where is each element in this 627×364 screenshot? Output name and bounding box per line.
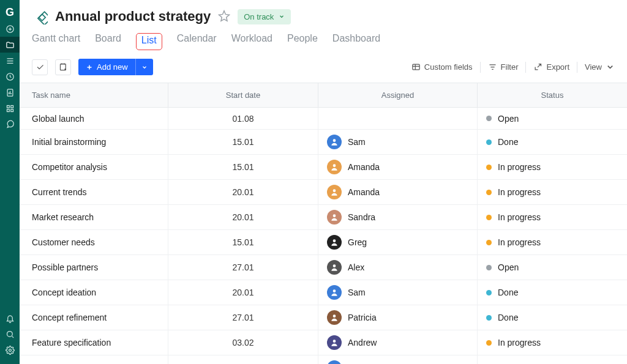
gear-icon[interactable] (0, 342, 20, 358)
status-dot-icon (486, 116, 492, 121)
status-dot-icon (486, 290, 492, 295)
page-title: Annual product strategy (55, 9, 211, 24)
milestone-icon[interactable] (55, 59, 71, 75)
task-table: Task name Start date Assigned Status Glo… (20, 83, 627, 364)
status-label: Done (498, 288, 518, 297)
cell-start-date: 27.01 (168, 255, 318, 280)
search-icon[interactable] (0, 326, 20, 342)
cell-task: Current trends (20, 180, 168, 204)
svg-point-15 (333, 164, 336, 167)
table-row[interactable]: Customer needs15.01GregIn progress (20, 230, 627, 255)
tab-board[interactable]: Board (95, 33, 121, 50)
table-row[interactable]: Concept ideation20.01SamDone (20, 280, 627, 305)
avatar (327, 135, 342, 149)
status-dot-icon (486, 340, 492, 346)
assignee-name: Alex (348, 262, 364, 272)
project-diamond-icon (32, 9, 48, 24)
app-logo: G (0, 4, 20, 21)
svg-point-7 (7, 331, 12, 336)
col-status[interactable]: Status (478, 83, 627, 107)
cell-status: In progress (478, 155, 627, 179)
table-row[interactable]: Initial brainstorming15.01SamDone (20, 130, 627, 155)
add-icon[interactable] (0, 21, 20, 37)
cell-start-date: 10.02 (168, 355, 318, 364)
tab-gantt[interactable]: Gantt chart (32, 33, 80, 50)
status-dot-icon (486, 265, 492, 270)
apps-icon[interactable] (0, 100, 20, 116)
avatar (327, 285, 342, 300)
select-all-checkbox[interactable] (32, 59, 48, 75)
cell-status: Done (478, 280, 627, 305)
table-row[interactable]: Market research20.01SandraIn progress (20, 205, 627, 230)
svg-point-18 (333, 239, 336, 242)
tab-calendar[interactable]: Calendar (177, 33, 217, 50)
separator (480, 62, 481, 73)
cell-assigned: Amanda (318, 155, 478, 179)
svg-point-14 (333, 139, 336, 142)
status-label: In progress (498, 187, 541, 197)
cell-status: In progress (478, 355, 627, 364)
status-label: In progress (498, 162, 541, 172)
view-label: View (585, 62, 602, 72)
cell-status: In progress (478, 230, 627, 254)
add-new-button[interactable]: Add new (78, 59, 135, 75)
cell-task: Market research (20, 205, 168, 229)
tab-workload[interactable]: Workload (231, 33, 272, 50)
tab-list[interactable]: List (136, 33, 162, 50)
table-row[interactable]: Concept refinement27.01PatriciaDone (20, 305, 627, 330)
table-row[interactable]: Feedback10.02SamIn progress (20, 355, 627, 364)
status-chip-label: On track (244, 12, 274, 21)
table-header: Task name Start date Assigned Status (20, 83, 627, 108)
status-label: In progress (498, 338, 541, 347)
status-dot-icon (486, 190, 492, 195)
cell-assigned: Sandra (318, 205, 478, 229)
chevron-down-icon (279, 12, 285, 21)
cell-assigned: Amanda (318, 180, 478, 204)
col-start[interactable]: Start date (168, 83, 318, 107)
cell-task: Feature specification (20, 330, 168, 355)
cell-status: Open (478, 255, 627, 280)
cell-assigned (318, 108, 478, 129)
table-row[interactable]: Global launch01.08Open (20, 108, 627, 130)
custom-fields-label: Custom fields (424, 62, 473, 72)
table-row[interactable]: Competitor analysis15.01AmandaIn progres… (20, 155, 627, 180)
folder-icon[interactable] (0, 37, 20, 53)
avatar (327, 210, 342, 225)
clock-icon[interactable] (0, 69, 20, 84)
add-new-dropdown[interactable] (135, 59, 153, 75)
filter-label: Filter (501, 62, 519, 72)
status-label: Done (498, 137, 518, 147)
star-icon[interactable] (218, 10, 230, 24)
table-row[interactable]: Current trends20.01AmandaIn progress (20, 180, 627, 205)
bell-icon[interactable] (0, 310, 20, 326)
tab-dashboard[interactable]: Dashboard (332, 33, 380, 50)
list-icon[interactable] (0, 53, 20, 69)
view-menu[interactable]: View (585, 62, 615, 72)
avatar (327, 185, 342, 199)
project-status-chip[interactable]: On track (238, 9, 291, 24)
col-task[interactable]: Task name (20, 83, 168, 107)
col-assigned[interactable]: Assigned (318, 83, 478, 107)
custom-fields-button[interactable]: Custom fields (411, 62, 473, 72)
avatar (327, 160, 342, 174)
status-label: In progress (498, 237, 541, 247)
table-row[interactable]: Possible partners27.01AlexOpen (20, 255, 627, 280)
svg-rect-3 (7, 105, 9, 108)
separator (525, 62, 526, 73)
report-icon[interactable] (0, 84, 20, 100)
separator (577, 62, 577, 73)
assignee-name: Sandra (348, 212, 375, 222)
status-label: Open (498, 114, 519, 124)
chat-icon[interactable] (0, 116, 20, 132)
export-button[interactable]: Export (533, 62, 569, 72)
filter-button[interactable]: Filter (488, 62, 519, 72)
table-row[interactable]: Feature specification03.02AndrewIn progr… (20, 330, 627, 355)
toolbar: Add new Custom fields Filter Export View (20, 50, 627, 83)
cell-start-date: 15.01 (168, 130, 318, 154)
assignee-name: Sam (348, 137, 366, 147)
left-nav: G (0, 0, 20, 364)
tab-people[interactable]: People (287, 33, 318, 50)
svg-point-20 (333, 289, 336, 292)
svg-point-19 (333, 264, 336, 267)
cell-task: Global launch (20, 108, 168, 129)
